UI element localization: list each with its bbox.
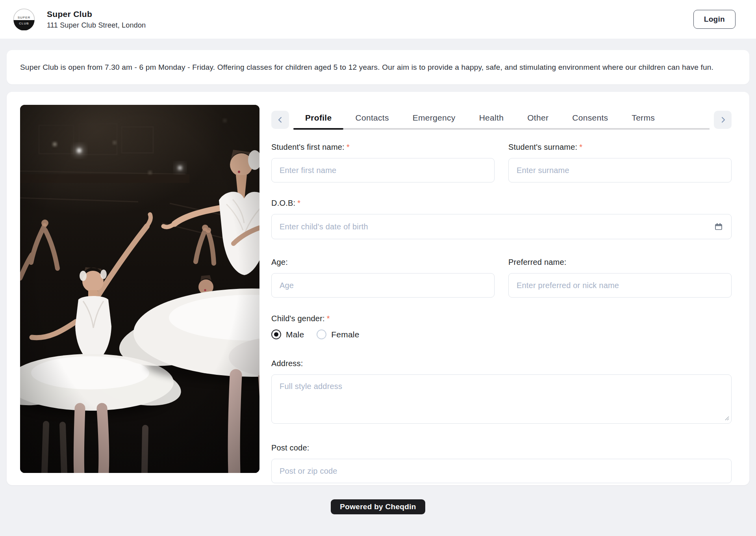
logo-top-text: SUPER (18, 16, 31, 19)
tab-emergency[interactable]: Emergency (401, 111, 467, 128)
calendar-icon[interactable] (714, 222, 723, 231)
welcome-banner-text: Super Club is open from 7.30 am - 6 pm M… (20, 60, 733, 74)
gender-label: Child's gender:* (271, 314, 732, 323)
surname-label: Student's surname:* (508, 143, 732, 152)
chevron-right-icon (719, 115, 727, 124)
tabs-next-button[interactable] (714, 111, 732, 129)
logo-bottom-text: CLUB (19, 22, 29, 25)
club-photo (20, 105, 259, 473)
header: SUPER CLUB Super Club 111 Super Club Str… (0, 0, 756, 39)
registration-card: Profile Contacts Emergency Health Other … (7, 92, 749, 485)
post-code-input[interactable] (271, 459, 732, 483)
age-input[interactable] (271, 273, 495, 298)
required-asterisk: * (327, 314, 330, 323)
ballet-photo-illustration (20, 105, 259, 473)
male-radio-button[interactable] (271, 329, 281, 339)
age-label: Age: (271, 258, 495, 267)
address-textarea[interactable] (271, 374, 732, 424)
club-address: 111 Super Club Street, London (47, 21, 146, 30)
gender-radio-group: Male Female (271, 329, 732, 339)
tabs-prev-button[interactable] (271, 111, 289, 129)
tab-terms[interactable]: Terms (620, 111, 667, 128)
tab-other[interactable]: Other (515, 111, 560, 128)
preferred-name-label: Preferred name: (508, 258, 732, 267)
first-name-input[interactable] (271, 158, 495, 182)
profile-form: Student's first name:* Student's surname… (271, 143, 732, 483)
powered-by-badge[interactable]: Powered by Cheqdin (331, 499, 425, 514)
tab-contacts[interactable]: Contacts (343, 111, 400, 128)
dob-label: D.O.B:* (271, 199, 732, 208)
gender-option-female[interactable]: Female (317, 329, 359, 339)
required-asterisk: * (579, 143, 582, 151)
footer: Powered by Cheqdin (0, 485, 756, 529)
female-radio-button[interactable] (317, 329, 326, 339)
required-asterisk: * (297, 199, 300, 207)
form-column: Profile Contacts Emergency Health Other … (271, 105, 732, 485)
preferred-name-input[interactable] (508, 273, 732, 298)
club-logo-icon: SUPER CLUB (13, 8, 35, 30)
chevron-left-icon (276, 115, 285, 124)
tab-health[interactable]: Health (467, 111, 516, 128)
brand-text: Super Club 111 Super Club Street, London (47, 9, 146, 30)
first-name-label: Student's first name:* (271, 143, 495, 152)
tab-bar: Profile Contacts Emergency Health Other … (293, 111, 710, 130)
surname-input[interactable] (508, 158, 732, 182)
resize-handle-icon[interactable] (724, 415, 730, 421)
gender-option-male[interactable]: Male (271, 329, 304, 339)
tab-profile[interactable]: Profile (293, 111, 343, 128)
address-label: Address: (271, 359, 732, 368)
tabs-row: Profile Contacts Emergency Health Other … (271, 111, 732, 130)
female-radio-label: Female (331, 330, 359, 339)
welcome-banner: Super Club is open from 7.30 am - 6 pm M… (7, 50, 749, 84)
brand: SUPER CLUB Super Club 111 Super Club Str… (13, 8, 146, 30)
tab-consents[interactable]: Consents (560, 111, 620, 128)
club-name: Super Club (47, 9, 146, 19)
post-code-label: Post code: (271, 443, 732, 452)
male-radio-label: Male (286, 330, 304, 339)
required-asterisk: * (346, 143, 350, 151)
login-button[interactable]: Login (693, 10, 736, 29)
dob-input[interactable] (271, 214, 732, 239)
